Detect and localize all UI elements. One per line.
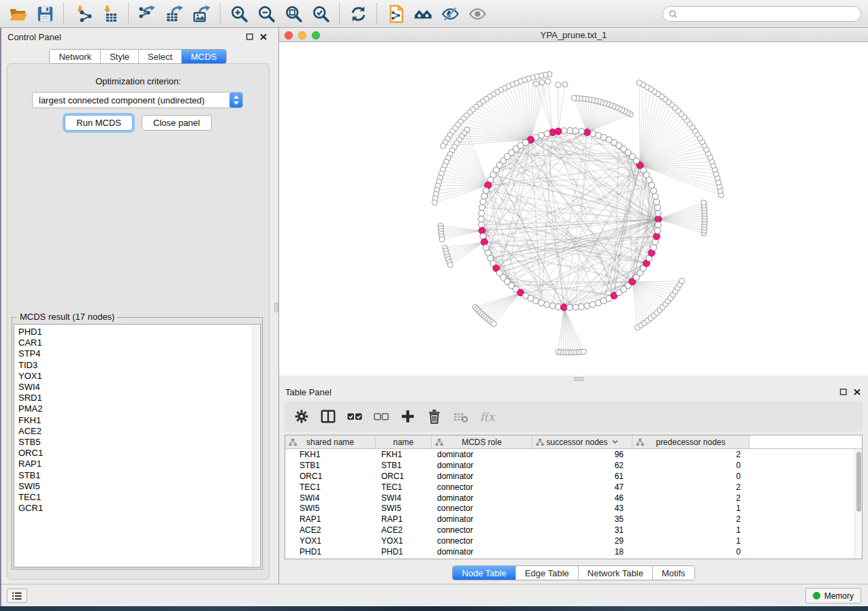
table-row[interactable]: STB1STB1dominator620 bbox=[285, 460, 862, 471]
graph-hub-node[interactable] bbox=[655, 216, 662, 222]
tab-edge-table[interactable]: Edge Table bbox=[516, 566, 579, 580]
table-row[interactable]: ORC1ORC1dominator610 bbox=[285, 471, 862, 482]
import-table-button[interactable] bbox=[99, 3, 120, 24]
export-network-button[interactable] bbox=[137, 3, 157, 24]
column-header-predecessor-nodes[interactable]: predecessor nodes bbox=[632, 435, 750, 448]
graph-node[interactable] bbox=[479, 210, 485, 216]
table-row[interactable]: SWI5SWI5connector431 bbox=[285, 503, 862, 514]
close-panel-button[interactable]: Close panel bbox=[142, 115, 212, 131]
network-file-button[interactable] bbox=[385, 3, 406, 24]
scrollbar-thumb[interactable] bbox=[856, 452, 861, 512]
zoom-out-button[interactable] bbox=[256, 3, 276, 24]
graph-node[interactable] bbox=[655, 210, 661, 216]
float-panel-icon[interactable] bbox=[839, 388, 848, 396]
result-list-scrollbar[interactable] bbox=[252, 325, 259, 566]
graph-node[interactable] bbox=[479, 205, 485, 211]
graph-node[interactable] bbox=[584, 303, 590, 309]
graph-leaf-node[interactable] bbox=[533, 81, 539, 86]
graph-hub-node[interactable] bbox=[560, 304, 567, 311]
graph-hub-node[interactable] bbox=[583, 129, 590, 135]
search-text[interactable] bbox=[679, 10, 861, 19]
mcds-result-item[interactable]: SRD1 bbox=[18, 393, 260, 403]
hide-details-button[interactable] bbox=[440, 3, 460, 24]
mcds-result-item[interactable]: PHD1 bbox=[18, 327, 260, 337]
graph-node[interactable] bbox=[567, 305, 573, 311]
graph-leaf-node[interactable] bbox=[440, 144, 446, 149]
tab-mcds[interactable]: MCDS bbox=[182, 50, 225, 63]
graph-node[interactable] bbox=[590, 301, 596, 308]
mcds-result-item[interactable]: TID3 bbox=[18, 360, 260, 371]
mcds-result-item[interactable]: STB5 bbox=[18, 437, 260, 448]
tab-node-table[interactable]: Node Table bbox=[453, 566, 516, 580]
mcds-result-item[interactable]: ORC1 bbox=[18, 448, 260, 459]
graph-leaf-node[interactable] bbox=[637, 80, 642, 86]
table-row[interactable]: SWI4SWI4dominator462 bbox=[285, 493, 862, 503]
network-titlebar[interactable]: YPA_prune.txt_1 bbox=[279, 28, 868, 42]
tab-network-table[interactable]: Network Table bbox=[579, 566, 653, 580]
close-panel-icon[interactable] bbox=[259, 33, 268, 41]
mcds-result-item[interactable]: STB1 bbox=[18, 470, 260, 481]
table-settings-button[interactable] bbox=[293, 408, 310, 425]
graph-node[interactable] bbox=[595, 132, 601, 138]
splitter-grip[interactable] bbox=[274, 303, 278, 312]
horizontal-splitter[interactable] bbox=[279, 376, 868, 383]
zoom-fit-button[interactable] bbox=[283, 3, 304, 24]
graph-leaf-node[interactable] bbox=[556, 82, 561, 88]
graph-leaf-node[interactable] bbox=[439, 237, 445, 242]
memory-button[interactable]: Memory bbox=[805, 588, 861, 604]
column-header-name[interactable]: name bbox=[376, 435, 432, 448]
export-table-button[interactable] bbox=[164, 3, 184, 24]
mcds-result-item[interactable]: FKH1 bbox=[18, 415, 260, 426]
export-image-button[interactable] bbox=[191, 3, 212, 24]
save-session-button[interactable] bbox=[35, 3, 55, 24]
graph-leaf-node[interactable] bbox=[545, 79, 551, 84]
graph-node[interactable] bbox=[573, 304, 579, 310]
graph-leaf-node[interactable] bbox=[701, 200, 707, 205]
graph-node[interactable] bbox=[549, 303, 556, 309]
criterion-select[interactable]: largest connected component (undirected) bbox=[32, 92, 243, 108]
mcds-result-item[interactable]: PMA2 bbox=[18, 403, 260, 414]
zoom-in-button[interactable] bbox=[229, 3, 249, 24]
table-row[interactable]: PHD1PHD1dominator180 bbox=[285, 546, 862, 557]
vertical-splitter[interactable] bbox=[274, 28, 279, 584]
mcds-result-item[interactable]: RAP1 bbox=[18, 459, 260, 469]
graph-node[interactable] bbox=[483, 188, 489, 194]
tab-select[interactable]: Select bbox=[139, 50, 182, 63]
network-canvas[interactable] bbox=[279, 42, 868, 376]
graph-node[interactable] bbox=[651, 244, 657, 250]
graph-leaf-node[interactable] bbox=[447, 262, 453, 267]
mcds-result-item[interactable]: GCR1 bbox=[18, 503, 260, 514]
run-mcds-button[interactable]: Run MCDS bbox=[65, 115, 133, 131]
graph-node[interactable] bbox=[544, 131, 550, 137]
table-row[interactable]: FKH1FKH1dominator962 bbox=[285, 449, 862, 460]
graph-node[interactable] bbox=[578, 129, 584, 135]
mcds-result-item[interactable]: CAR1 bbox=[18, 337, 260, 348]
graph-leaf-node[interactable] bbox=[581, 349, 586, 354]
mcds-result-item[interactable]: SWI5 bbox=[18, 481, 260, 492]
delete-row-button[interactable] bbox=[425, 408, 443, 425]
search-input[interactable] bbox=[662, 6, 861, 22]
mcds-result-item[interactable]: STP4 bbox=[18, 348, 260, 359]
network-graph[interactable] bbox=[279, 42, 868, 376]
column-layout-button[interactable] bbox=[319, 408, 337, 425]
column-header-MCDS-role[interactable]: MCDS role bbox=[432, 435, 532, 448]
table-row[interactable]: ACE2ACE2connector311 bbox=[285, 525, 862, 535]
tab-network[interactable]: Network bbox=[50, 50, 101, 63]
graph-leaf-node[interactable] bbox=[679, 278, 684, 284]
search-network-button[interactable] bbox=[413, 3, 433, 24]
deselect-all-rows-button[interactable] bbox=[372, 408, 390, 425]
graph-node[interactable] bbox=[654, 199, 660, 205]
graph-leaf-node[interactable] bbox=[491, 321, 496, 327]
tab-motifs[interactable]: Motifs bbox=[653, 566, 694, 580]
graph-leaf-node[interactable] bbox=[539, 80, 545, 85]
zoom-selected-button[interactable] bbox=[310, 3, 331, 24]
graph-node[interactable] bbox=[481, 193, 487, 199]
graph-node[interactable] bbox=[480, 199, 486, 205]
graph-leaf-node[interactable] bbox=[432, 200, 437, 205]
column-header-shared-name[interactable]: shared name bbox=[285, 435, 376, 448]
mcds-result-item[interactable]: SWI4 bbox=[18, 382, 260, 393]
graph-node[interactable] bbox=[654, 205, 660, 211]
graph-node[interactable] bbox=[654, 227, 660, 233]
table-scrollbar[interactable] bbox=[854, 449, 862, 559]
graph-hub-node[interactable] bbox=[654, 233, 660, 240]
